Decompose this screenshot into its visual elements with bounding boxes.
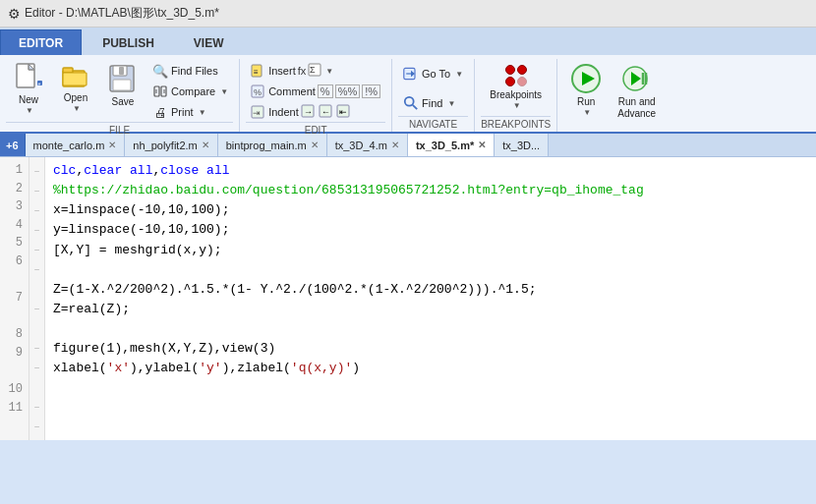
tab-bintprog-main-label: bintprog_main.m [226,140,307,151]
title-bar: ⚙ Editor - D:\MATLAB\图形\tx_3D_5.m* [0,0,816,28]
open-arrow: ▼ [73,104,81,113]
ribbon-group-file: + New ▼ Open ▼ [0,59,240,132]
tab-nh-polyfit2-label: nh_polyfit2.m [133,140,197,151]
indent-btn1: → [301,103,317,121]
ribbon-group-edit: ≡ Insert fx Σ ▼ [240,59,392,132]
compare-button[interactable]: Compare ▼ [147,82,233,101]
comment-button[interactable]: % Comment % %% !% [246,82,385,101]
find-files-button[interactable]: 🔍 Find Files [147,61,233,81]
insert-button[interactable]: ≡ Insert fx Σ ▼ [246,61,385,81]
run-arrow: ▼ [583,108,591,117]
indent-label: Indent [268,106,299,118]
navigate-col: Go To ▼ Find ▼ [398,59,468,115]
breakpoints-group-content: Breakpoints ▼ [483,59,549,116]
ribbon-group-run: Run ▼ Run andAdvance RUN [557,59,669,132]
indent-icon: ⇥ [251,104,266,120]
svg-text:Σ: Σ [310,65,316,75]
find-files-label: Find Files [171,65,218,77]
tab-view[interactable]: VIEW [175,29,243,55]
print-button[interactable]: 🖨 Print ▼ [147,102,233,122]
find-button[interactable]: Find ▼ [398,91,468,115]
tab-tx-3d-4-close[interactable]: ✕ [391,140,399,150]
comment-pct2: %% [335,84,361,98]
find-arrow: ▼ [447,99,455,108]
tab-tx-3d-next-label: tx_3D... [502,140,540,151]
svg-rect-7 [63,68,73,73]
open-icon [60,63,91,90]
svg-line-35 [413,105,417,109]
goto-button[interactable]: Go To ▼ [398,61,468,86]
new-label: New [19,94,38,106]
run-button[interactable]: Run ▼ [563,59,609,114]
insert-fx: fx [298,65,307,77]
new-arrow: ▼ [26,106,33,115]
tab-tx-3d-next[interactable]: tx_3D... [495,134,549,157]
breakpoints-label: Breakpoints [490,89,542,101]
title-text: Editor - D:\MATLAB\图形\tx_3D_5.m* [25,5,219,22]
breakpoints-group-label: BREAKPOINTS [481,116,551,132]
edit-group-label: EDIT [246,122,385,138]
app-icon: ⚙ [8,6,21,22]
tab-tx-3d-5-label: tx_3D_5.m* [416,140,474,151]
tab-editor[interactable]: EDITOR [0,29,82,55]
insert-label: Insert [268,65,296,77]
svg-point-34 [405,97,414,106]
file-group-label: FILE [6,122,233,138]
print-arrow: ▼ [199,108,206,117]
indent-btn2: ← [319,103,334,121]
svg-rect-8 [63,73,87,85]
compare-label: Compare [171,85,215,97]
tab-tx-3d-5[interactable]: tx_3D_5.m* ✕ [408,134,495,157]
compare-icon [152,84,168,99]
code-editor[interactable]: 1 2 3 4 5 6 7 8 9 10 11 – – – – – – – – … [0,157,816,440]
indent-btn3: ⇤ [336,103,352,121]
navigate-group-content: Go To ▼ Find ▼ [398,59,468,116]
svg-text:%: % [254,87,262,97]
save-button[interactable]: Save [100,59,146,114]
find-icon [403,95,419,111]
find-files-icon: 🔍 [152,63,168,79]
svg-text:⇤: ⇤ [339,107,347,117]
tab-tx-3d-5-close[interactable]: ✕ [478,140,486,150]
find-label: Find [422,97,442,109]
svg-text:+: + [38,81,41,86]
goto-arrow: ▼ [455,70,463,79]
ribbon-tab-bar: EDITOR PUBLISH VIEW [0,28,816,55]
breakpoints-arrow: ▼ [513,101,521,110]
tab-publish[interactable]: PUBLISH [84,29,173,55]
file-col-right: 🔍 Find Files Compare ▼ [147,59,233,122]
run-icon [570,63,602,94]
ribbon-group-navigate: Go To ▼ Find ▼ NAVIGATE [392,59,475,132]
run-advance-button[interactable]: Run andAdvance [611,59,663,114]
code-content[interactable]: clc,clear all,close all %https://zhidao.… [45,157,816,440]
breakpoints-button[interactable]: Breakpoints ▼ [483,59,549,114]
ribbon-group-breakpoints: Breakpoints ▼ BREAKPOINTS [475,59,557,132]
compare-arrow: ▼ [220,87,228,96]
svg-rect-12 [113,80,131,90]
breakpoints-icon [500,63,532,87]
goto-label: Go To [422,68,450,80]
insert-icon: ≡ [251,63,266,79]
comment-pct: % [318,84,333,98]
comment-label: Comment [268,85,316,97]
file-group-content: + New ▼ Open ▼ [6,59,233,122]
insert-icon2: Σ [308,63,321,79]
tab-monte-carlo-close[interactable]: ✕ [108,140,116,150]
tab-monte-carlo-label: monte_carlo.m [33,140,105,151]
new-button[interactable]: + New ▼ [6,59,51,114]
tab-tx-3d-4-label: tx_3D_4.m [335,140,387,151]
open-button[interactable]: Open ▼ [53,59,98,114]
svg-text:⇥: ⇥ [253,108,261,118]
edit-col: ≡ Insert fx Σ ▼ [246,59,385,122]
indent-button[interactable]: ⇥ Indent → ← ⇤ [246,102,385,122]
open-label: Open [64,92,87,104]
print-label: Print [171,106,194,118]
new-icon: + [13,63,44,92]
svg-rect-11 [119,67,124,75]
tab-bintprog-main-close[interactable]: ✕ [311,140,319,150]
tab-nh-polyfit2-close[interactable]: ✕ [202,140,209,150]
run-advance-icon [621,63,653,94]
svg-text:←: ← [321,107,330,117]
run-label: Run [577,96,595,108]
comment-icon: % [251,84,266,99]
